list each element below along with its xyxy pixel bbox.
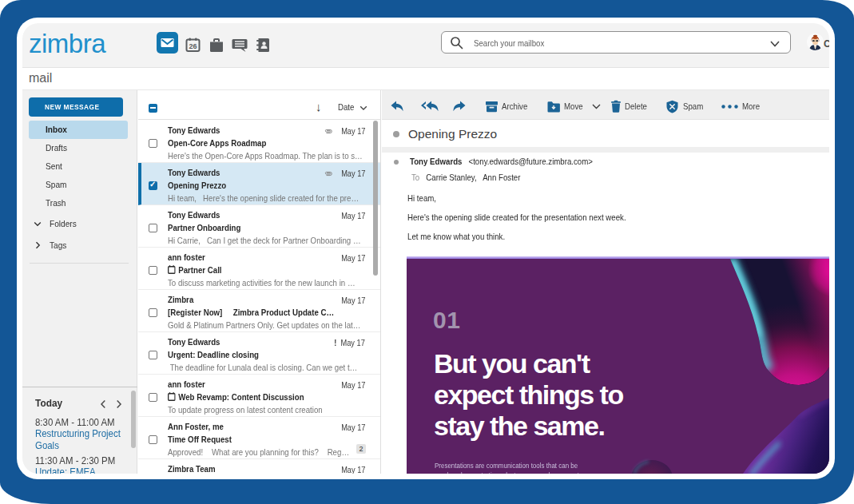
svg-text:26: 26 bbox=[189, 42, 197, 50]
